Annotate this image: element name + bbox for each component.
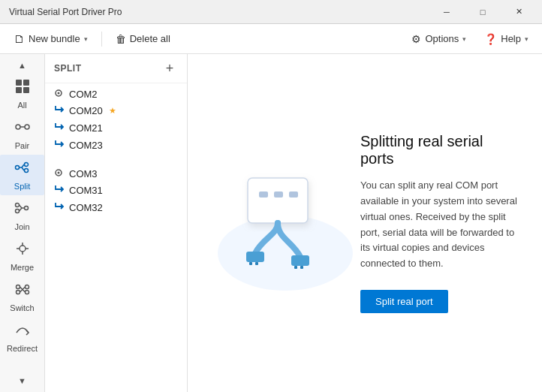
delete-all-label: Delete all [130, 33, 170, 44]
port-branch-icon [54, 139, 65, 152]
svg-rect-1 [23, 80, 29, 86]
svg-point-25 [16, 291, 20, 294]
svg-rect-43 [294, 266, 297, 269]
window-controls: ─ □ ✕ [429, 0, 536, 24]
content-area: Splitting real serial ports You can spli… [188, 54, 542, 392]
svg-rect-39 [246, 252, 264, 262]
sidebar-item-join[interactable]: Join [0, 195, 44, 236]
new-bundle-icon: 🗋 [14, 32, 25, 45]
port-name: COM3 [69, 168, 98, 179]
svg-rect-40 [291, 255, 309, 266]
panel-add-button[interactable]: + [161, 60, 178, 77]
port-name: COM31 [69, 185, 103, 196]
svg-point-31 [58, 92, 60, 95]
svg-rect-41 [249, 262, 252, 265]
join-label: Join [14, 222, 29, 231]
minimize-button[interactable]: ─ [429, 0, 464, 24]
sidebar-nav: ▲ All Pair [0, 54, 45, 392]
list-item[interactable]: COM20 ★ [45, 102, 187, 119]
toolbar-divider-1 [101, 32, 102, 47]
new-bundle-label: New bundle [29, 33, 80, 44]
split-real-port-button[interactable]: Split real port [360, 290, 448, 313]
all-icon [14, 78, 31, 98]
port-branch-icon [54, 184, 65, 197]
svg-point-11 [24, 163, 28, 167]
list-item[interactable]: COM3 [45, 166, 187, 182]
help-arrow: ▾ [525, 35, 528, 43]
switch-label: Switch [10, 303, 34, 312]
options-arrow: ▾ [462, 35, 466, 43]
delete-all-icon: 🗑 [116, 33, 126, 45]
port-group-com2: COM2 COM20 ★ COM21 COM23 [45, 83, 187, 157]
svg-rect-35 [248, 178, 308, 223]
switch-icon [14, 281, 31, 301]
port-name: COM32 [69, 202, 103, 213]
help-label: Help [501, 33, 521, 44]
titlebar: Virtual Serial Port Driver Pro ─ □ ✕ [0, 0, 542, 24]
svg-point-13 [15, 204, 19, 207]
sidebar-item-merge[interactable]: Merge [0, 236, 44, 276]
svg-point-5 [25, 125, 29, 129]
list-item[interactable]: COM2 [45, 86, 187, 102]
content-description: You can split any real COM port availabl… [360, 178, 519, 272]
svg-line-9 [22, 164, 24, 167]
maximize-button[interactable]: □ [465, 0, 500, 24]
content-title: Splitting real serial ports [360, 133, 519, 167]
svg-point-26 [25, 285, 29, 289]
options-button[interactable]: ⚙ Options ▾ [404, 30, 474, 48]
panel-list-header: SPLIT + [45, 54, 187, 83]
list-item[interactable]: COM23 [45, 137, 187, 154]
port-group-com3: COM3 COM31 COM32 [45, 163, 187, 219]
port-root-icon [54, 168, 65, 179]
svg-point-18 [24, 207, 28, 210]
port-root-icon [54, 89, 65, 100]
pair-icon [14, 119, 31, 139]
sidebar-item-redirect[interactable]: Redirect [0, 317, 44, 357]
svg-rect-45 [251, 181, 274, 183]
new-bundle-button[interactable]: 🗋 New bundle ▾ [6, 29, 95, 48]
window-title: Virtual Serial Port Driver Pro [9, 7, 122, 17]
svg-point-34 [218, 216, 353, 291]
nav-bottom: ▼ [0, 372, 44, 392]
svg-point-19 [20, 246, 26, 252]
list-item[interactable]: COM31 [45, 182, 187, 199]
help-button[interactable]: ❓ Help ▾ [477, 30, 536, 48]
svg-point-14 [15, 210, 19, 213]
all-label: All [17, 101, 26, 110]
svg-rect-38 [289, 191, 298, 198]
nav-scroll-up-button[interactable]: ▲ [0, 57, 44, 74]
help-icon: ❓ [484, 33, 497, 45]
svg-point-7 [15, 166, 19, 170]
svg-line-16 [19, 208, 22, 211]
toolbar: 🗋 New bundle ▾ 🗑 Delete all ⚙ Options ▾ … [0, 24, 542, 54]
sidebar-item-all[interactable]: All [0, 74, 44, 114]
svg-point-24 [16, 285, 20, 289]
svg-rect-36 [259, 191, 268, 198]
main-layout: ▲ All Pair [0, 54, 542, 392]
list-item[interactable]: COM21 [45, 119, 187, 137]
sidebar-item-pair[interactable]: Pair [0, 114, 44, 155]
port-name: COM2 [69, 89, 98, 100]
merge-icon [14, 240, 31, 261]
info-panel: Splitting real serial ports You can spli… [338, 110, 542, 336]
panel-list: SPLIT + COM2 COM20 ★ COM [45, 54, 188, 392]
svg-rect-44 [300, 266, 303, 269]
sidebar-item-split[interactable]: Split [0, 155, 44, 195]
star-icon: ★ [109, 106, 116, 116]
nav-scroll-down-button[interactable]: ▼ [0, 372, 44, 389]
options-icon: ⚙ [411, 33, 421, 45]
split-icon [14, 159, 31, 179]
svg-line-15 [19, 205, 22, 208]
delete-all-button[interactable]: 🗑 Delete all [108, 30, 178, 48]
sidebar-item-switch[interactable]: Switch [0, 276, 44, 317]
close-button[interactable]: ✕ [501, 0, 536, 24]
svg-point-27 [25, 291, 29, 294]
pair-label: Pair [15, 141, 30, 150]
port-branch-icon [54, 122, 65, 134]
list-item[interactable]: COM32 [45, 199, 187, 216]
toolbar-right: ⚙ Options ▾ ❓ Help ▾ [404, 30, 536, 48]
panel-list-title: SPLIT [54, 63, 82, 74]
svg-rect-37 [274, 191, 283, 198]
port-name: COM20 [69, 105, 103, 116]
port-branch-icon [54, 201, 65, 214]
